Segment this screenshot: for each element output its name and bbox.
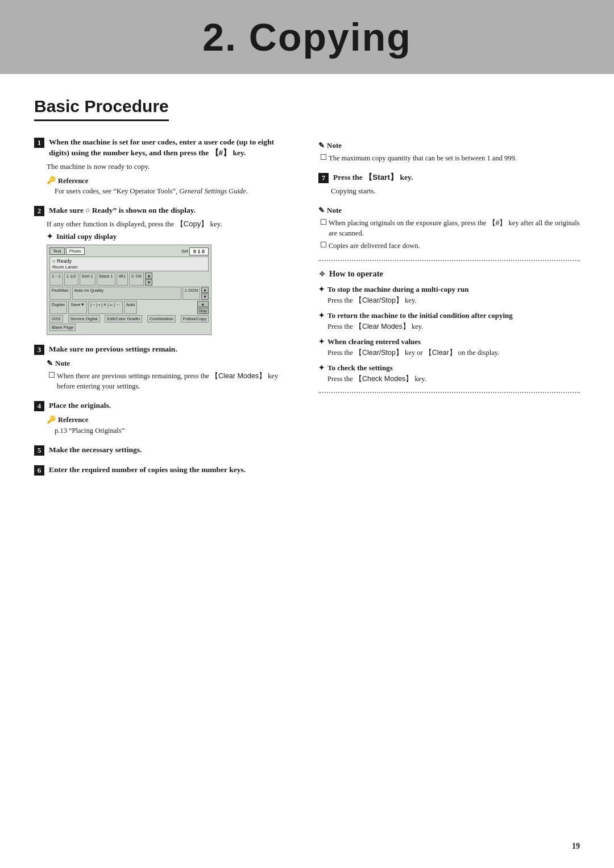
reference-icon: 🔑 [47, 175, 56, 186]
step-3-note: ✎ Note When there are previous settings … [47, 358, 296, 391]
how-item-4: ✦ To check the settings Press the 【Check… [318, 363, 580, 384]
lcd-tab-photo: Photo [66, 247, 85, 255]
lcd-btn-6: Stop [197, 308, 209, 314]
step-1: 1 When the machine is set for user codes… [34, 137, 296, 196]
lcd-cell-mid: | − | • | ⋄ | ‒ | ← [88, 301, 123, 314]
how-item-2-diamond: ✦ [318, 311, 325, 320]
right-note-1-title: ✎ Note [318, 140, 580, 151]
lcd-tab-text: Text [49, 247, 65, 255]
right-note-1-item-1: The maximum copy quantity that can be se… [321, 153, 580, 163]
step-5-text: Make the necessary settings. [49, 445, 142, 456]
how-to-section: ✧ How to operate ✦ To stop the machine d… [318, 269, 580, 385]
how-to-title: ✧ How to operate [318, 269, 580, 279]
lcd-cell-4: Stack 1 [97, 272, 115, 286]
sun-icon: ✧ [318, 269, 326, 279]
how-item-2-title: ✦ To return the machine to the initial c… [318, 311, 580, 320]
dot-separator-bottom [318, 392, 580, 393]
page-number: 19 [572, 842, 580, 851]
step-7-num: 7 [318, 173, 329, 183]
right-note-1-icon: ✎ [318, 140, 325, 151]
how-item-3-diamond: ✦ [318, 337, 325, 346]
step-1-text: When the machine is set for user codes, … [49, 137, 296, 159]
how-item-3-body: Press the 【Clear/Stop】 key or 【Clear】 on… [327, 348, 580, 358]
how-item-3-title: ✦ When clearing entered values [318, 337, 580, 346]
step-7-header: 7 Press the 【Start】 key. [318, 172, 580, 183]
lcd-btn-3: ▲ [201, 287, 209, 293]
how-item-4-diamond: ✦ [318, 363, 325, 373]
lcd-cell-ok: 1 OON [182, 287, 200, 300]
right-note-1-label: Note [327, 140, 342, 151]
lcd-cell-6: C OK [129, 272, 144, 286]
right-note-2-title: ✎ Note [318, 205, 580, 216]
lcd-btn-1: ▲ [145, 272, 152, 279]
lcd-btn-5: ▲ [197, 301, 209, 307]
right-note-2: ✎ Note When placing originals on the exp… [318, 205, 580, 250]
how-item-1-text: To stop the machine during a multi-copy … [327, 285, 468, 294]
lcd-cell-stop: Fed/Man [49, 287, 71, 300]
diamond-icon: ✦ [47, 232, 53, 241]
lcd-cell-serv: Service Digital [68, 315, 100, 323]
copy-display-label: ✦ Initial copy display [47, 232, 296, 241]
right-note-2-icon: ✎ [318, 205, 325, 216]
lcd-cell-auto: Auto [124, 301, 137, 314]
step-7: 7 Press the 【Start】 key. Copying starts. [318, 172, 580, 197]
reference-4-label: Reference [58, 415, 88, 425]
how-item-1: ✦ To stop the machine during a multi-cop… [318, 285, 580, 305]
lcd-display: Text Photo Set 0 1 0 ○ ReadyRicoh Lanier… [47, 245, 211, 335]
reference-4-icon: 🔑 [47, 415, 56, 425]
right-note-checkbox-1 [321, 154, 326, 160]
step-4-reference: 🔑 Reference p.13 “Placing Originals” [47, 415, 296, 436]
dot-separator-top [318, 260, 580, 261]
step-1-num: 1 [34, 138, 44, 148]
section-title: Basic Procedure [34, 97, 169, 121]
lcd-btn-2: ▼ [145, 279, 152, 286]
lcd-cell-dup: Duplex [49, 301, 67, 314]
lcd-cell-wide: Auto Im Quality [72, 287, 181, 300]
step-4: 4 Place the originals. 🔑 Reference p.13 … [34, 400, 296, 436]
how-item-4-body: Press the 【Check Modes】 key. [327, 374, 580, 384]
step-1-header: 1 When the machine is set for user codes… [34, 137, 296, 159]
step-6-text: Enter the required number of copies usin… [49, 465, 246, 476]
lcd-cell-3: Sort 1 [80, 272, 96, 286]
right-column: ✎ Note The maximum copy quantity that ca… [318, 137, 580, 485]
step-2-body: If any other function is displayed, pres… [47, 218, 296, 230]
right-note-2-text-2: Copies are delivered face down. [329, 241, 420, 251]
lcd-cell-5: 4€1 [117, 272, 128, 286]
right-note-2-item-2: Copies are delivered face down. [321, 241, 580, 251]
step-3-header: 3 Make sure no previous settings remain. [34, 344, 296, 355]
reference-title: 🔑 Reference [47, 175, 296, 186]
right-note-2-item-1: When placing originals on the exposure g… [321, 218, 580, 238]
step-2-num: 2 [34, 206, 44, 216]
lcd-cell-1: 1→1 [49, 272, 63, 286]
step-4-text: Place the originals. [49, 400, 111, 411]
step-7-text: Press the 【Start】 key. [333, 172, 413, 183]
note-3-item-1: When there are previous settings remaini… [49, 371, 296, 391]
right-note-checkbox-2a [321, 219, 326, 225]
how-item-3-text: When clearing entered values [327, 337, 421, 346]
lcd-cell-gss: GSS [49, 315, 63, 323]
lcd-counter-label: Set [181, 249, 188, 254]
how-item-1-diamond: ✦ [318, 285, 325, 294]
note-3-text-1: When there are previous settings remaini… [57, 371, 296, 391]
lcd-cell-blank: Blank Page [49, 324, 76, 331]
lcd-cell-save: Save▼ [68, 301, 87, 314]
left-column: 1 When the machine is set for user codes… [34, 137, 296, 485]
step-3: 3 Make sure no previous settings remain.… [34, 344, 296, 391]
lcd-cell-2: 1 1/2 [64, 272, 78, 286]
how-item-2-text: To return the machine to the initial con… [327, 311, 513, 320]
step-2-text: Make sure ○ Ready” is shown on the displ… [49, 205, 196, 216]
lcd-counter: 0 1 0 [189, 247, 209, 255]
right-note-2-label: Note [327, 205, 342, 216]
reference-label: Reference [58, 176, 88, 186]
step-6: 6 Enter the required number of copies us… [34, 465, 296, 476]
how-to-label: How to operate [329, 269, 383, 279]
main-content: Basic Procedure 1 When the machine is se… [0, 74, 614, 519]
reference-4-title: 🔑 Reference [47, 415, 296, 425]
reference-body: For users codes, see “Key Operator Tools… [55, 186, 296, 196]
step-2-header: 2 Make sure ○ Ready” is shown on the dis… [34, 205, 296, 216]
how-item-4-title: ✦ To check the settings [318, 363, 580, 373]
right-note-1: ✎ Note The maximum copy quantity that ca… [318, 140, 580, 163]
right-note-2-text-1: When placing originals on the exposure g… [329, 218, 580, 238]
step-5-header: 5 Make the necessary settings. [34, 445, 296, 456]
header-band: 2. Copying [0, 0, 614, 74]
